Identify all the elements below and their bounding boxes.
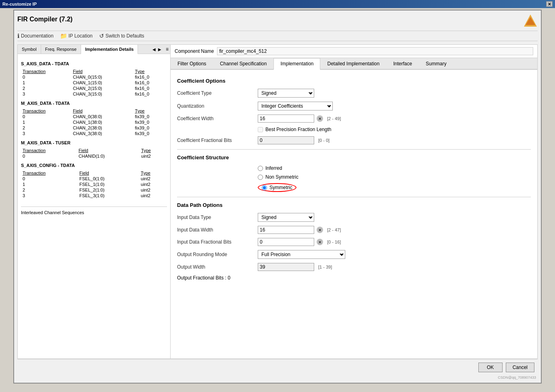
documentation-link[interactable]: ℹ Documentation (17, 33, 54, 39)
switch-to-defaults-link[interactable]: ↺ Switch to Defaults (99, 33, 144, 39)
input-data-width-clear[interactable]: ✕ (317, 227, 323, 233)
cell-transaction: 0 (21, 74, 71, 80)
best-precision-checkbox[interactable] (258, 127, 263, 132)
component-name-bar: Component Name (171, 45, 537, 58)
tab-symbol[interactable]: Symbol (18, 45, 41, 54)
table-row: 1FSEL_1(1:0)uint2 (21, 181, 167, 187)
tab-menu-icon[interactable]: ≡ (164, 46, 170, 53)
ok-button[interactable]: OK (478, 363, 503, 372)
quantization-row: Quantization Integer Coefficients Quanti… (177, 102, 531, 111)
info-icon: ℹ (17, 33, 19, 39)
section-header-m-axis-tuser: M_AXIS_DATA - TUSER (21, 140, 167, 145)
input-data-width-input[interactable] (258, 226, 314, 234)
tab-filter-options[interactable]: Filter Options (171, 58, 213, 69)
table-row: 2CHAN_2(38:0)fix39_0 (21, 125, 167, 131)
cell-field: CHAN_3(38:0) (71, 131, 134, 136)
output-width-label: Output Width (177, 264, 258, 270)
coefficient-type-select[interactable]: Signed Unsigned (258, 89, 314, 98)
component-name-label: Component Name (175, 48, 214, 54)
output-rounding-mode-select[interactable]: Full Precision Truncate Non Symmetric Ro… (258, 250, 345, 259)
component-name-input[interactable] (217, 47, 533, 55)
app-title: FIR Compiler (7.2) (17, 16, 73, 23)
table-row: 2FSEL_2(1:0)uint2 (21, 187, 167, 193)
title-bar: Re-customize IP ✕ (0, 0, 555, 8)
bottom-bar: OK Cancel (17, 359, 538, 375)
cell-field: CHAN_0(15:0) (71, 74, 134, 80)
cell-transaction: 0 (21, 114, 71, 119)
input-data-fractional-bits-input[interactable] (258, 238, 314, 246)
cell-type: uint2 (139, 187, 167, 193)
input-data-fractional-bits-row: Input Data Fractional Bits ✕ [0 - 16] (177, 238, 531, 246)
coefficient-structure-title: Coefficient Structure (177, 154, 531, 161)
radio-symmetric-input[interactable] (262, 185, 267, 190)
s-axis-tdata-table: Transaction Field Type 0CHAN_0(15:0)fix1… (21, 69, 167, 97)
right-tabs-row: Filter Options Channel Specification Imp… (171, 58, 537, 70)
coefficient-type-label: Coefficient Type (177, 90, 258, 96)
coefficient-width-input[interactable] (258, 115, 314, 123)
cell-type: fix16_0 (134, 91, 167, 97)
tab-detailed-implementation[interactable]: Detailed Implementation (320, 58, 386, 69)
coefficient-width-row: Coefficient Width ✕ [2 - 49] (177, 115, 531, 123)
tab-freq-response[interactable]: Freq. Response (41, 45, 81, 54)
col-type: Type (139, 170, 167, 176)
output-width-input[interactable] (258, 263, 314, 271)
input-data-fractional-bits-clear[interactable]: ✕ (317, 239, 323, 245)
radio-inferred-input[interactable] (258, 166, 263, 171)
tab-implementation[interactable]: Implementation (273, 58, 320, 70)
cell-field: FSEL_2(1:0) (78, 187, 139, 193)
app-logo (523, 14, 538, 28)
main-window: FIR Compiler (7.2) ℹ Documentation 📁 IP … (13, 10, 542, 384)
coefficient-options-title: Coefficient Options (177, 78, 531, 84)
col-type: Type (140, 148, 167, 153)
data-path-options-title: Data Path Options (177, 202, 531, 208)
table-row: 3FSEL_3(1:0)uint2 (21, 193, 167, 198)
input-data-type-select-wrapper: Signed Unsigned (258, 213, 314, 222)
cell-field: CHAN_2(38:0) (71, 125, 134, 131)
col-type: Type (134, 69, 167, 74)
coefficient-fractional-bits-control: [0 - 0] (258, 136, 330, 144)
output-fractional-bits-display: Output Fractional Bits : 0 (177, 275, 230, 281)
output-rounding-mode-select-wrapper: Full Precision Truncate Non Symmetric Ro… (258, 250, 345, 259)
cell-field: CHAN_1(38:0) (71, 119, 134, 125)
input-data-width-control: ✕ [2 - 47] (258, 226, 341, 234)
output-rounding-mode-control: Full Precision Truncate Non Symmetric Ro… (258, 250, 345, 259)
title-bar-text: Re-customize IP (2, 2, 37, 6)
radio-non-symmetric-input[interactable] (258, 175, 263, 180)
output-rounding-mode-row: Output Rounding Mode Full Precision Trun… (177, 250, 531, 259)
input-data-fractional-bits-label: Input Data Fractional Bits (177, 239, 258, 245)
quantization-select[interactable]: Integer Coefficients Quantize Only Maxim… (258, 102, 333, 111)
cell-field: FSEL_0(1:0) (78, 176, 139, 181)
tab-implementation-details[interactable]: Implementation Details (81, 45, 138, 54)
tab-summary[interactable]: Summary (419, 58, 453, 69)
tab-channel-specification[interactable]: Channel Specification (213, 58, 273, 69)
input-data-type-select[interactable]: Signed Unsigned (258, 213, 314, 222)
tab-interface[interactable]: Interface (386, 58, 419, 69)
quantization-select-wrapper: Integer Coefficients Quantize Only Maxim… (258, 102, 333, 111)
close-button[interactable]: ✕ (546, 1, 553, 7)
tab-prev-arrow[interactable]: ◀ (151, 46, 157, 52)
table-row: 0CHANID(1:0)uint2 (21, 153, 167, 159)
watermark: CSDN@qq_708907433 (17, 375, 538, 379)
radio-symmetric-label: Symmetric (269, 185, 292, 190)
col-transaction: Transaction (21, 108, 71, 114)
section-header-m-axis-tdata: M_AXIS_DATA - TDATA (21, 101, 167, 106)
cell-type: uint2 (139, 181, 167, 187)
tab-next-arrow[interactable]: ▶ (157, 46, 163, 52)
cell-transaction: 1 (21, 181, 78, 187)
cell-type: fix39_0 (134, 114, 167, 119)
coefficient-fractional-bits-input[interactable] (258, 136, 314, 144)
m-axis-tuser-table: Transaction Field Type 0CHANID(1:0)uint2 (21, 148, 167, 159)
table-row: 0CHAN_0(15:0)fix16_0 (21, 74, 167, 80)
table-row: 2CHAN_2(15:0)fix16_0 (21, 85, 167, 91)
quantization-control: Integer Coefficients Quantize Only Maxim… (258, 102, 333, 111)
cell-field: CHAN_0(38:0) (71, 114, 134, 119)
coefficient-width-clear[interactable]: ✕ (317, 115, 323, 122)
coefficient-type-row: Coefficient Type Signed Unsigned (177, 89, 531, 98)
ip-location-link[interactable]: 📁 IP Location (60, 33, 93, 39)
col-type: Type (134, 108, 167, 114)
coefficient-fractional-bits-label: Coefficient Fractional Bits (177, 138, 258, 143)
cell-transaction: 1 (21, 80, 71, 85)
radio-inferred: Inferred (258, 165, 531, 171)
cancel-button[interactable]: Cancel (506, 363, 534, 372)
output-width-control: [1 - 39] (258, 263, 332, 271)
